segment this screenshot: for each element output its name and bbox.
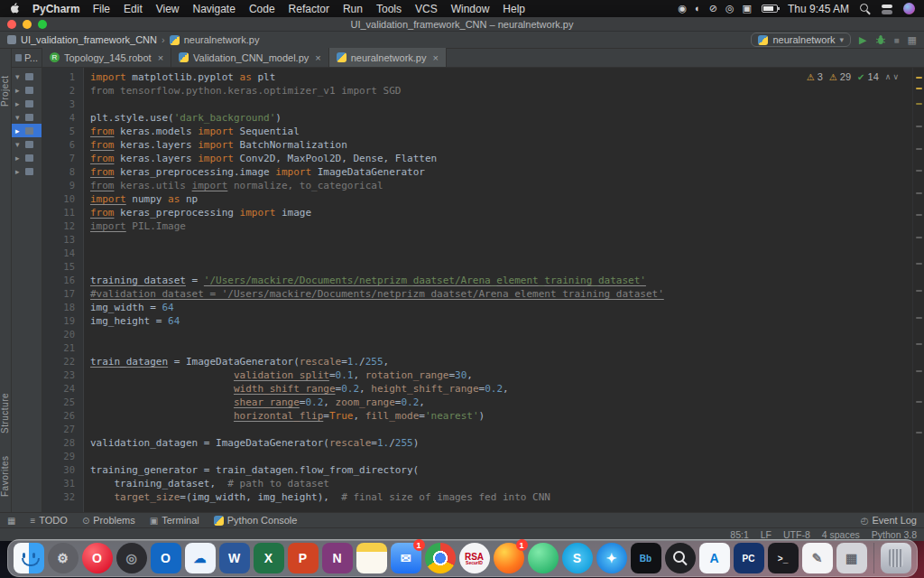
prev-next-warning-icons[interactable]: ∧∨ [885,72,901,81]
dock-icon-opera[interactable]: O [82,543,113,573]
chevron-icon[interactable]: ▸ [15,99,23,108]
menubar-app-name[interactable]: PyCharm [32,3,80,15]
menu-navigate[interactable]: Navigate [193,3,236,15]
tab-close-icon[interactable]: × [158,52,163,63]
toolwindow-button-python-console[interactable]: Python Console [214,515,298,526]
dock-icon-rsa-securid[interactable]: RSASecurID [459,543,490,573]
dock-icon-word[interactable]: W [219,543,250,573]
tree-row[interactable]: ▸ [12,164,42,178]
menubar-status-icon[interactable]: ◉ [678,3,687,14]
dock-icon-webex[interactable] [528,543,559,573]
dock-icon-trash[interactable] [881,543,911,573]
dock-icon-mail[interactable]: ✉1 [391,543,421,573]
menu-tools[interactable]: Tools [376,3,402,15]
event-log-button[interactable]: ◴ Event Log [861,515,917,526]
chevron-down-icon: ▾ [840,35,845,44]
breadcrumb-project[interactable]: UI_validation_framework_CNN [21,34,157,45]
control-center-icon[interactable] [881,4,893,14]
toolwindow-button-problems[interactable]: ⊙Problems [82,515,135,526]
dock-icon-notes[interactable] [356,543,387,573]
debug-button[interactable] [875,34,886,45]
dock-icon-safari[interactable]: ✦ [596,543,627,573]
chevron-icon[interactable]: ▾ [15,140,23,149]
menubar-status-icon[interactable]: ⊘ [709,3,717,14]
menubar-clock[interactable]: Thu 9:45 AM [788,3,849,15]
dock-icon-terminal[interactable]: >_ [768,543,799,573]
code-area[interactable]: import matplotlib.pyplot as pltfrom tens… [84,68,924,512]
tree-row[interactable]: ▸ [12,151,42,164]
dock-icon-textedit[interactable]: ✎ [802,543,833,573]
dock-icon-finder[interactable] [14,543,44,573]
scroll-mark [916,290,922,292]
menu-view[interactable]: View [156,3,180,15]
tool-windows-toggle-icon[interactable]: ▦ [7,516,15,526]
dock-icon-remote-desktop[interactable]: ▦ [836,543,867,573]
run-button[interactable]: ▶ [859,34,866,46]
tab-close-icon[interactable]: × [433,52,439,63]
chevron-icon[interactable]: ▾ [15,113,23,122]
dock-icon-chrome[interactable] [425,543,456,573]
tree-row[interactable]: ▾ [12,137,42,151]
dock-icon-azure[interactable]: A [699,543,730,573]
chevron-icon[interactable]: ▸ [15,154,23,163]
menu-file[interactable]: File [93,3,110,15]
tree-row[interactable]: ▸ [12,124,42,137]
tree-row[interactable]: ▾ [12,110,42,124]
stop-button[interactable]: ■ [894,35,900,45]
tool-windows-grid-icon[interactable]: ▦ [908,34,917,46]
tree-row[interactable]: ▸ [12,97,42,110]
dock-icon-spotlight[interactable] [665,543,696,573]
menu-refactor[interactable]: Refactor [289,3,329,15]
battery-icon[interactable] [762,5,778,13]
chevron-icon[interactable]: ▸ [15,126,23,135]
tool-window-button-structure[interactable]: Structure [0,381,12,444]
menu-code[interactable]: Code [249,3,275,15]
menubar-status-icon[interactable]: ◎ [725,3,735,14]
menu-vcs[interactable]: VCS [415,3,438,15]
dock-icon-excel[interactable]: X [254,543,284,573]
menu-run[interactable]: Run [343,3,363,15]
run-configuration-select[interactable]: neuralnetwork ▾ [751,33,851,47]
tab-topology-145-robot[interactable]: RTopology_145.robot× [42,48,171,67]
dock-icon-onenote[interactable]: N [322,543,353,573]
dock-icon-blackboard[interactable]: Bb [631,543,661,573]
menu-help[interactable]: Help [503,3,525,15]
window-titlebar[interactable]: UI_validation_framework_CNN – neuralnetw… [0,17,924,32]
code-editor[interactable]: 1234567891011121314151617181920212223242… [42,68,924,512]
code-token: ) [479,410,485,422]
dock-icon-system-preferences[interactable]: ⚙ [48,543,79,573]
dock-icon-firefox[interactable]: 1 [494,543,524,573]
code-token: keras.models [115,126,199,137]
chevron-icon[interactable]: ▸ [15,167,23,176]
tree-row[interactable]: ▸ [12,83,42,97]
line-number: 7 [42,152,75,165]
toolwindow-button-terminal[interactable]: ▣Terminal [150,515,199,526]
toolwindow-button-todo[interactable]: ≡TODO [30,515,67,526]
scrollbar-error-stripe[interactable] [912,68,924,512]
chevron-icon[interactable]: ▸ [15,86,23,95]
breadcrumb-file[interactable]: neuralnetwork.py [184,34,260,45]
apple-icon[interactable] [9,3,20,14]
tool-window-button-favorites[interactable]: Favorites [0,444,12,508]
search-icon[interactable] [859,3,871,14]
tool-window-button-project[interactable]: Project [0,60,12,123]
dock-icon-onedrive[interactable]: ☁ [185,543,216,573]
chevron-icon[interactable]: ▾ [15,72,23,81]
inspections-widget[interactable]: ⚠ 3 ⚠ 29 ✔ 14 ∧∨ [803,71,904,82]
dock-icon-camera-lens[interactable]: ◎ [116,543,147,573]
menu-edit[interactable]: Edit [124,3,143,15]
siri-icon[interactable] [903,3,915,14]
menu-window[interactable]: Window [451,3,490,15]
tree-row[interactable]: ▾ [12,70,42,83]
menubar-status-icon[interactable]: ▣ [743,3,752,14]
menubar-status-icon[interactable]: ◐ [695,3,701,14]
tab-neuralnetwork-py[interactable]: neuralnetwork.py× [329,48,447,67]
tab-validation-cnn-model-py[interactable]: Validation_CNN_model.py× [171,48,329,67]
dock-icon-powerpoint[interactable]: P [288,543,319,573]
tab-close-icon[interactable]: × [315,52,320,63]
project-panel-header[interactable]: P... [12,49,42,68]
dock-icon-outlook[interactable]: O [151,543,181,573]
code-token: rescale [300,356,341,368]
dock-icon-parallels-client[interactable]: PC [734,543,764,573]
dock-icon-skype[interactable]: S [562,543,593,573]
